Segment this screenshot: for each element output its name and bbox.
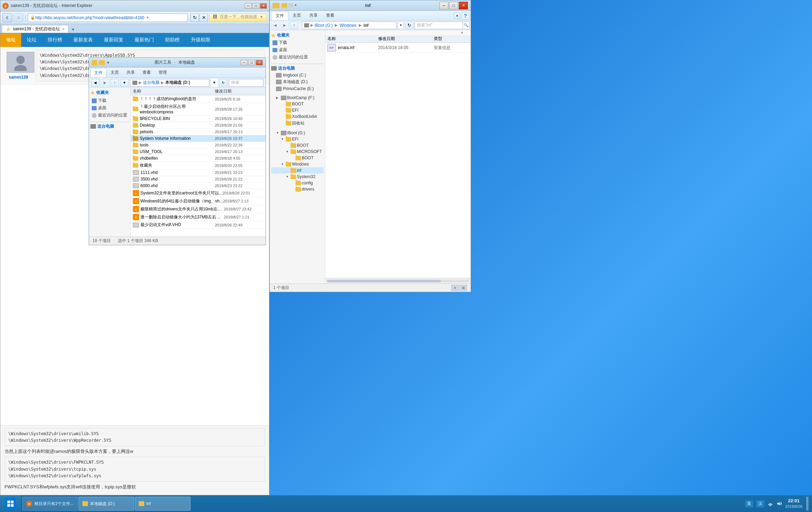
browser-back-btn[interactable] [2,13,12,22]
local-refresh-btn[interactable]: ↻ [219,79,227,87]
inf-bootcamp-xorboot[interactable]: XorBootUx64 [271,113,324,120]
nav-forum[interactable]: 论坛 [21,33,42,47]
inf-iboot-config[interactable]: config [271,180,324,186]
table-row[interactable]: USM_TOOL 2019/8/17 20:13 [131,149,266,155]
inf-up-btn[interactable]: ↑ [290,22,298,29]
local-tab-share[interactable]: 共享 [123,68,138,77]
inf-tab-share[interactable]: 共享 [305,11,322,20]
local-forward-btn[interactable]: ▶ [101,79,109,87]
ime-mode-indicator[interactable]: 汉 [756,500,764,507]
local-col-date[interactable]: 修改日期 [215,88,263,94]
inf-col-date[interactable]: 修改日期 [378,36,434,42]
url-dropdown-btn[interactable]: ▼ [146,16,149,19]
nav-upgrade[interactable]: 升级权限 [185,33,216,47]
inf-bootcamp-efi[interactable]: EFI [271,107,324,113]
local-path-part1[interactable]: 这台电脑 [143,80,160,86]
browser-tab-active[interactable]: ⚡ sairen139 - 无忧启动论坛 ✕ [2,25,68,33]
table-row[interactable]: e Windows81的64位最小启动镜像（img、vh... 2019/8/2… [131,197,266,205]
inf-sidebar-downloads[interactable]: 下载 [271,39,324,46]
table-row[interactable]: vhdbeifen 2019/8/18 4:55 [131,155,266,162]
inf-sidebar-localdisk[interactable]: 本地磁盘 (D:) [271,78,324,86]
nav-hot[interactable]: 最新热门 [129,33,160,47]
inf-sidebar-primocache[interactable]: PrimoCache (E:) [271,86,324,92]
local-back-btn[interactable]: ◀ [91,79,99,87]
table-row[interactable]: tools 2019/8/22 22:39 [131,142,266,149]
inf-tab-home[interactable]: 主页 [289,11,305,20]
inf-forward-btn[interactable]: ▶ [281,22,289,29]
local-col-name[interactable]: 名称 [133,88,215,94]
table-row[interactable]: 6000.vhd 2019/8/23 23:22 [131,183,266,189]
tray-volume-icon[interactable] [776,501,782,507]
inf-col-type[interactable]: 类型 [434,36,469,42]
forum-username[interactable]: sairen139 [5,75,32,80]
inf-search-input[interactable]: 搜索"inf" [414,22,463,29]
local-up-btn[interactable]: ↑ [111,79,119,87]
inf-iboot-drivers[interactable]: drivers [271,186,324,192]
inf-addr-dropdown[interactable]: ▼ [398,22,404,29]
inf-close-btn[interactable]: ✕ [459,2,468,9]
new-tab-btn[interactable]: + [69,26,77,33]
table-row[interactable]: System Volume Information 2019/8/26 10:3… [131,135,266,142]
inf-col-name[interactable]: 名称 [327,36,378,42]
inf-detail-view-btn[interactable]: ⊞ [460,285,467,291]
nav-help[interactable]: 助助榜 [160,33,185,47]
browser-search-bar[interactable]: 🅱 百度一下，你就知道 ▼ [209,14,267,22]
table-row[interactable]: $RECYCLE.BIN 2019/8/26 10:40 [131,115,266,122]
inf-iboot-microsoft[interactable]: ▼ MICROSOFT [271,149,324,155]
tray-network-icon[interactable] [767,501,773,507]
show-desktop-btn[interactable] [806,497,809,511]
taskbar-inf-item[interactable]: inf [135,497,190,511]
inf-back-btn[interactable]: ◀ [271,22,279,29]
inf-iboot-efi-boot[interactable]: BOOT [271,142,324,149]
browser-maximize-btn[interactable]: □ [252,3,259,9]
nav-rank[interactable]: 排行榜 [42,33,68,47]
browser-forward-btn[interactable] [14,13,23,22]
table-row[interactable]: ！最少启动指针分区占用wimbootcompress 2019/8/28 17:… [131,103,266,115]
inf-bootcamp-boot[interactable]: BOOT [271,101,324,107]
browser-minimize-btn[interactable]: ─ [245,3,252,9]
inf-path-iboot[interactable]: IBoot (G:) [315,23,333,28]
table-row[interactable]: e 极限精简过的drivers文件夹只占用10mb左右... 2019/8/27… [131,205,266,213]
table-row[interactable]: 3500.vhd 2019/8/28 21:22 [131,176,266,183]
inf-list-view-btn[interactable]: ≡ [451,285,459,291]
inf-maximize-btn[interactable]: □ [449,2,458,9]
inf-tab-view[interactable]: 查看 [322,11,339,20]
inf-sidebar-imgboot[interactable]: Imgboot (C:) [271,72,324,78]
ime-indicator[interactable]: 英 [745,500,753,507]
table-row[interactable]: petools 2019/8/17 20:13 [131,129,266,135]
taskbar-browser-item[interactable]: e 根目录只有2个文件... [22,497,78,511]
local-addr-dropdown[interactable]: ▼ [211,79,218,87]
local-sidebar-desktop[interactable]: 桌面 [90,104,129,112]
table-row[interactable]: 最少启动文件vdf.VHD 2019/8/26 22:49 [131,221,266,229]
inf-tab-file[interactable]: 文件 [271,11,289,20]
local-tab-view[interactable]: 查看 [139,68,154,77]
browser-refresh-btn[interactable]: ↻ [190,14,199,22]
taskbar-localdisk-item[interactable]: 本地磁盘 (D:) [79,497,134,511]
inf-hscrollbar[interactable] [325,278,471,283]
local-sidebar-downloads[interactable]: 下载 [90,97,129,104]
local-minimize-btn[interactable]: ─ [241,60,247,65]
local-search-bar[interactable]: 搜索 [229,79,263,87]
search-dropdown[interactable]: ▼ [260,15,263,19]
local-tab-file[interactable]: 文件 [90,68,106,77]
local-tab-manage[interactable]: 管理 [155,68,170,77]
table-row[interactable]: Desktop 2019/8/28 21:56 [131,122,266,129]
tab-close-btn[interactable]: ✕ [62,27,65,31]
taskbar-clock[interactable]: 22:01 2019/8/28 [785,498,802,509]
inf-iboot-root[interactable]: ▼ IBoot (G:) [271,130,324,136]
inf-bootcamp-root[interactable]: ▶ BootCamp (F:) [271,95,324,101]
inf-path-windows[interactable]: Windows [340,23,357,28]
inf-iboot-ms-boot[interactable]: BOOT [271,155,324,161]
inf-search-icon[interactable]: 🔍 [463,22,469,29]
inf-address-path[interactable]: ▶ IBoot (G:) ▶ Windows ▶ inf [302,22,397,29]
browser-close-btn[interactable]: ✕ [260,3,267,9]
table-row[interactable]: ！！！！成功的imgboot的盘符 2019/8/25 6:16 [131,95,266,103]
inf-refresh-btn[interactable]: ↻ [405,22,413,29]
inf-help-btn[interactable]: ? [462,12,469,19]
inf-minimize-btn[interactable]: ─ [439,2,448,9]
table-row[interactable]: INF errata.inf 2014/3/18 18:05 安装信息 [325,43,471,53]
inf-iboot-efi[interactable]: ▼ EFI [271,136,324,142]
inf-iboot-windows-inf[interactable]: inf [271,167,324,174]
table-row[interactable]: 1111.vhd 2019/8/21 23:23 [131,169,266,176]
nav-new-posts[interactable]: 最新发表 [68,33,98,47]
